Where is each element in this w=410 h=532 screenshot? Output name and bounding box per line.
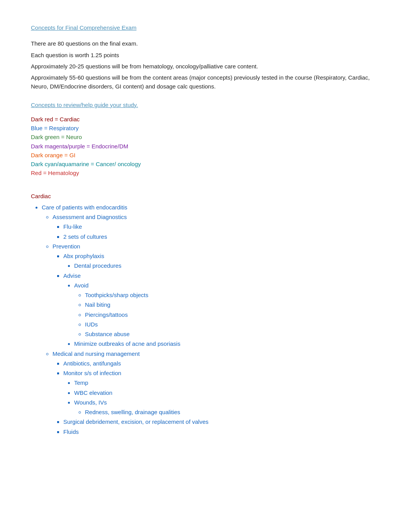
list-item-management: Medical and nursing management Antibioti… xyxy=(53,349,379,436)
prevention-list: Abx prophylaxis Dental procedures Advise xyxy=(63,252,379,348)
list-item-temp: Temp xyxy=(74,378,379,387)
list-item-wbc: WBC elevation xyxy=(74,388,379,397)
list-item-wounds: Wounds, IVs Redness, swelling, drainage … xyxy=(74,398,379,417)
list-item-assessment: Assessment and Diagnostics Flu-like 2 se… xyxy=(53,212,379,241)
list-item-substance-abuse: Substance abuse xyxy=(85,330,379,338)
list-item-nailbiting: Nail biting xyxy=(85,300,379,309)
intro-line4: Approximately 55-60 questions will be fr… xyxy=(31,73,379,91)
list-item-iuds: IUDs xyxy=(85,320,379,329)
list-item-fluids: Fluids xyxy=(63,427,379,436)
legend-dark-orange: Dark orange = GI xyxy=(31,151,379,160)
legend-dark-magenta: Dark magenta/purple = Endocrine/DM xyxy=(31,142,379,151)
list-item-avoid: Avoid Toothpicks/sharp objects Nail biti… xyxy=(74,281,379,339)
cardiac-list-l2: Assessment and Diagnostics Flu-like 2 se… xyxy=(53,212,379,436)
legend-red: Red = Hematology xyxy=(31,168,379,177)
list-item-cultures: 2 sets of cultures xyxy=(63,232,379,241)
prevention-label: Prevention xyxy=(53,243,80,250)
cardiac-heading: Cardiac xyxy=(31,192,379,201)
cardiac-section: Cardiac Care of patients with endocardit… xyxy=(31,192,379,436)
advise-list: Avoid Toothpicks/sharp objects Nail biti… xyxy=(74,281,379,348)
list-item-piercings: Piercings/tattoos xyxy=(85,310,379,319)
list-item-surgical: Surgical debridement, excision, or repla… xyxy=(63,417,379,426)
legend-dark-green: Dark green = Neuro xyxy=(31,133,379,141)
avoid-list: Toothpicks/sharp objects Nail biting Pie… xyxy=(85,291,379,338)
wounds-list: Redness, swelling, drainage qualities xyxy=(85,408,379,416)
list-item-flulike: Flu-like xyxy=(63,222,379,231)
list-item-monitor: Monitor s/s of infection Temp WBC elevat… xyxy=(63,369,379,416)
list-item-endocarditis: Care of patients with endocarditis Asses… xyxy=(42,203,379,436)
section-subtitle: Concepts to review/help guide your study… xyxy=(31,100,379,109)
legend-blue: Blue = Respiratory xyxy=(31,124,379,133)
list-item-minimize: Minimize outbreaks of acne and psoriasis xyxy=(74,339,379,348)
intro-line1: There are 80 questions on the final exam… xyxy=(31,39,379,48)
intro-line2: Each question is worth 1.25 points xyxy=(31,51,379,59)
assessment-label: Assessment and Diagnostics xyxy=(53,214,127,220)
list-item-redness: Redness, swelling, drainage qualities xyxy=(85,408,379,416)
endocarditis-label: Care of patients with endocarditis xyxy=(42,204,127,211)
assessment-list: Flu-like 2 sets of cultures xyxy=(63,222,379,241)
cardiac-list-l1: Care of patients with endocarditis Asses… xyxy=(42,203,379,436)
page-title[interactable]: Concepts for Final Comprehensive Exam xyxy=(31,23,379,32)
management-list: Antibiotics, antifungals Monitor s/s of … xyxy=(63,359,379,436)
list-item-advise: Advise Avoid Toothpicks/sharp objects Na… xyxy=(63,271,379,348)
list-item-dental: Dental procedures xyxy=(74,261,379,270)
list-item-prevention: Prevention Abx prophylaxis Dental proced… xyxy=(53,242,379,348)
legend-dark-cyan: Dark cyan/aquamarine = Cancer/ oncology xyxy=(31,160,379,168)
list-item-abx: Abx prophylaxis Dental procedures xyxy=(63,252,379,270)
intro-line3: Approximately 20-25 questions will be fr… xyxy=(31,62,379,71)
abx-list: Dental procedures xyxy=(74,261,379,270)
color-legend: Dark red = Cardiac Blue = Respiratory Da… xyxy=(31,115,379,178)
monitor-list: Temp WBC elevation Wounds, IVs Redness, … xyxy=(74,378,379,416)
list-item-antibiotics: Antibiotics, antifungals xyxy=(63,359,379,368)
legend-dark-red: Dark red = Cardiac xyxy=(31,115,379,124)
management-label: Medical and nursing management xyxy=(53,350,140,357)
list-item-toothpicks: Toothpicks/sharp objects xyxy=(85,291,379,299)
intro-block: There are 80 questions on the final exam… xyxy=(31,39,379,91)
